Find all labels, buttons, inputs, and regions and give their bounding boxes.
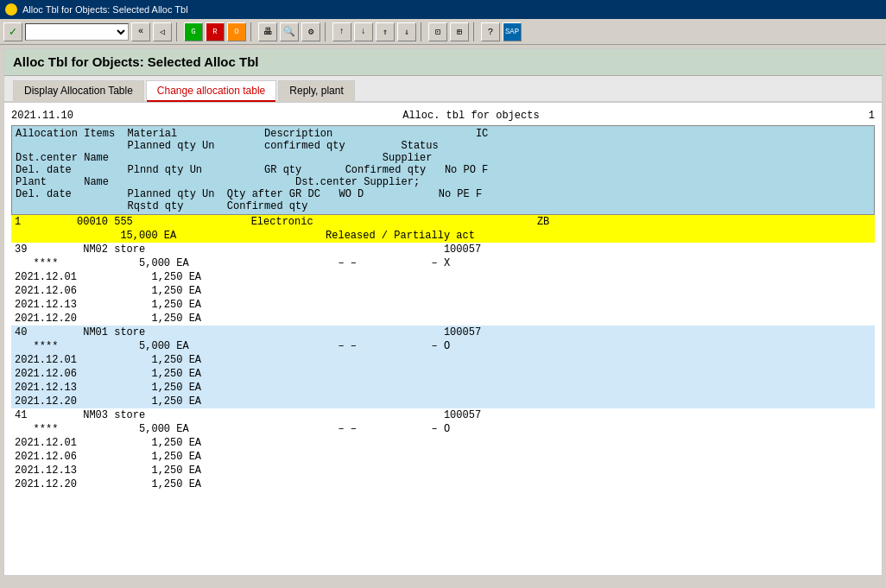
separator5 — [473, 22, 477, 41]
header-row-1: Allocation Items Material Description IC — [16, 128, 870, 140]
row-40-date2[interactable]: 2021.12.06 1,250 EA — [11, 367, 875, 381]
tab-change[interactable]: Change allocation table — [146, 80, 276, 102]
row-41-line2[interactable]: **** 5,000 EA – – – O — [11, 422, 875, 436]
nav-prev-button[interactable]: ◁ — [153, 22, 172, 41]
data-rows: 1 00010 555 Electronic ZB 15,000 EA Rele… — [11, 215, 875, 491]
row-41-date4[interactable]: 2021.12.20 1,250 EA — [11, 477, 875, 491]
print-button[interactable]: 🖶 — [258, 22, 277, 41]
row-39-line1[interactable]: 39 NM02 store 100057 — [11, 243, 875, 256]
table-area: 2021.11.10 Alloc. tbl for objects 1 Allo… — [4, 103, 882, 495]
page-title: Alloc Tbl for Objects: Selected Alloc Tb… — [13, 54, 259, 69]
page-header: Alloc Tbl for Objects: Selected Alloc Tb… — [4, 49, 882, 76]
green-btn[interactable]: G — [184, 22, 203, 41]
nav-back-button[interactable]: « — [131, 22, 150, 41]
title-bar: Alloc Tbl for Objects: Selected Alloc Tb… — [0, 0, 886, 19]
header-row-2: Planned qty Un confirmed qty Status — [16, 140, 870, 152]
title-bar-text: Alloc Tbl for Objects: Selected Alloc Tb… — [22, 4, 188, 15]
description-value: Alloc. tbl for objects — [402, 110, 539, 122]
page-number: 1 — [869, 110, 875, 122]
header-row-7: Rqstd qty Confirmed qty — [16, 200, 870, 212]
separator4 — [421, 22, 424, 41]
header-row-3: Dst.center Name Supplier — [16, 152, 870, 164]
row-39-date4[interactable]: 2021.12.20 1,250 EA — [11, 312, 875, 326]
row-41-date3[interactable]: 2021.12.13 1,250 EA — [11, 464, 875, 477]
date-value: 2021.11.10 — [11, 110, 73, 122]
confirm-button[interactable]: ✓ — [3, 22, 22, 41]
row-41-date2[interactable]: 2021.12.06 1,250 EA — [11, 450, 875, 464]
orange-btn[interactable]: O — [227, 22, 246, 41]
separator3 — [325, 22, 328, 41]
toolbar: ✓ « ◁ G R O 🖶 🔍 ⚙ ↑ ↓ ⇑ ⇓ ⊡ ⊞ ? SAP — [0, 19, 886, 45]
row-41-line1[interactable]: 41 NM03 store 100057 — [11, 408, 875, 422]
header-row-5: Plant Name Dst.center Supplier; — [16, 176, 870, 188]
row-40-date1[interactable]: 2021.12.01 1,250 EA — [11, 353, 875, 367]
upload-btn[interactable]: ↑ — [332, 22, 351, 41]
row-39-line2[interactable]: **** 5,000 EA – – – X — [11, 256, 875, 270]
separator2 — [250, 22, 254, 41]
separator1 — [176, 22, 180, 41]
row-40-line2[interactable]: **** 5,000 EA – – – O — [11, 339, 875, 353]
tab-bar: Display Allocation Table Change allocati… — [4, 76, 882, 103]
help-button[interactable]: ? — [481, 22, 500, 41]
row-41-date1[interactable]: 2021.12.01 1,250 EA — [11, 436, 875, 450]
window-btn[interactable]: ⊡ — [428, 22, 447, 41]
tab-reply[interactable]: Reply, plant — [278, 80, 354, 102]
header-row-6: Del. date Planned qty Un Qty after GR DC… — [16, 188, 870, 200]
layout-btn[interactable]: ⊞ — [450, 22, 469, 41]
column-headers: Allocation Items Material Description IC… — [11, 125, 875, 215]
settings-button[interactable]: ⚙ — [301, 22, 320, 41]
row-40-date4[interactable]: 2021.12.20 1,250 EA — [11, 395, 875, 408]
row-39-date3[interactable]: 2021.12.13 1,250 EA — [11, 298, 875, 312]
upload2-btn[interactable]: ⇑ — [376, 22, 395, 41]
sap-button[interactable]: SAP — [503, 22, 522, 41]
row-1-line2[interactable]: 15,000 EA Released / Partially act — [11, 229, 875, 243]
main-content: Alloc Tbl for Objects: Selected Alloc Tb… — [3, 48, 883, 576]
toolbar-combo[interactable] — [25, 23, 129, 41]
row-40-date3[interactable]: 2021.12.13 1,250 EA — [11, 381, 875, 395]
app-icon — [5, 3, 17, 16]
row-39-date1[interactable]: 2021.12.01 1,250 EA — [11, 270, 875, 284]
tab-display[interactable]: Display Allocation Table — [13, 80, 144, 102]
row-1-line1[interactable]: 1 00010 555 Electronic ZB — [11, 215, 875, 229]
date-line: 2021.11.10 Alloc. tbl for objects 1 — [11, 106, 875, 125]
header-row-4: Del. date Plnnd qty Un GR qty Confirmed … — [16, 164, 870, 176]
row-39-date2[interactable]: 2021.12.06 1,250 EA — [11, 284, 875, 298]
red-btn[interactable]: R — [206, 22, 225, 41]
download-btn[interactable]: ↓ — [354, 22, 373, 41]
row-40-line1[interactable]: 40 NM01 store 100057 — [11, 326, 875, 339]
find-button[interactable]: 🔍 — [280, 22, 299, 41]
download2-btn[interactable]: ⇓ — [397, 22, 416, 41]
